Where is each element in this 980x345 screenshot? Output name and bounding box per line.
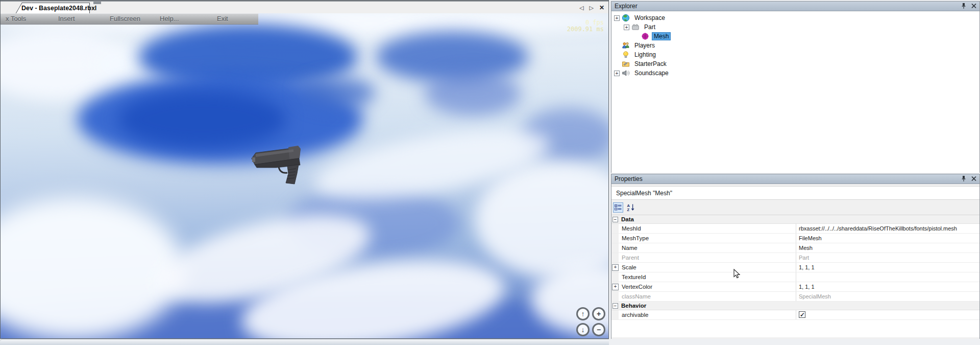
properties-header[interactable]: Properties: [611, 174, 979, 184]
svg-text:Z: Z: [627, 208, 630, 212]
expand-toggle-icon[interactable]: +: [614, 15, 620, 21]
menu-item-fullscreen[interactable]: Fullscreen: [110, 15, 140, 22]
category-row-behavior[interactable]: −Behavior: [611, 302, 979, 310]
selected-object-label: SpecialMesh "Mesh": [616, 190, 672, 197]
sort-alphabetical-icon[interactable]: AZ: [626, 202, 636, 213]
expand-toggle-icon[interactable]: +: [614, 71, 620, 76]
3d-viewport[interactable]: x ToolsInsertFullscreenHelp...Exit 0 fps…: [1, 13, 608, 338]
menu-item-insert[interactable]: Insert: [58, 15, 75, 22]
collapse-toggle-icon[interactable]: −: [612, 217, 618, 222]
lighting-bulb-icon: [622, 51, 630, 59]
property-value[interactable]: rbxasset://../../../shareddata/RiseOfThe…: [796, 224, 979, 233]
row-gutter: [611, 234, 619, 243]
part-brick-icon: [631, 23, 640, 31]
menu-item-help[interactable]: Help...: [160, 15, 179, 22]
archivable-checkbox[interactable]: [799, 311, 805, 318]
menu-bar: x ToolsInsertFullscreenHelp...Exit: [1, 13, 258, 25]
tab-scroll-left-icon[interactable]: ◁: [579, 4, 583, 12]
expander-spacer: [614, 52, 620, 58]
properties-panel: Properties SpecialMesh "Mesh" AZ −DataMe…: [611, 174, 980, 339]
pin-icon[interactable]: [961, 175, 967, 182]
property-row-name[interactable]: NameMesh: [611, 243, 979, 253]
sky-patch: [424, 72, 521, 116]
row-gutter: [611, 243, 619, 252]
expander-spacer: [614, 61, 620, 67]
expand-toggle-icon[interactable]: [611, 282, 619, 291]
tree-item-starterpack[interactable]: StarterPack: [611, 59, 979, 68]
property-value[interactable]: FileMesh: [796, 234, 979, 243]
camera-controls: ↑ + ↓ −: [576, 307, 605, 336]
property-row-meshtype[interactable]: MeshTypeFileMesh: [611, 234, 979, 243]
property-row-archivable[interactable]: archivable: [611, 310, 979, 320]
document-tab[interactable]: Dev - Baseplate2048.rbxl: [22, 3, 90, 14]
property-row-vertexcolor[interactable]: VertexColor1, 1, 1: [611, 282, 979, 292]
background-tab-notch: [93, 1, 101, 4]
expand-toggle-icon[interactable]: [611, 263, 619, 272]
tree-item-soundscape[interactable]: +Soundscape: [611, 68, 979, 78]
tree-item-label: StarterPack: [632, 60, 669, 68]
close-icon[interactable]: [971, 175, 977, 182]
property-row-scale[interactable]: Scale1, 1, 1: [611, 263, 979, 272]
row-gutter: [611, 292, 619, 301]
row-gutter: [611, 253, 619, 262]
property-value[interactable]: 1, 1, 1: [796, 263, 979, 272]
sky-patch: [118, 90, 286, 149]
explorer-panel: Explorer +Workspace+PartMeshPlayersLight…: [611, 1, 980, 173]
property-name: className: [619, 292, 796, 301]
roblox-studio-window: Dev - Baseplate2048.rbxl ◁ ▷ ✕: [0, 0, 609, 339]
properties-title: Properties: [615, 175, 643, 182]
pistol-mesh[interactable]: [250, 144, 317, 187]
row-gutter: [611, 224, 619, 233]
explorer-title: Explorer: [615, 3, 638, 10]
sky-patch: [299, 77, 376, 108]
expander-spacer: [614, 43, 620, 49]
fps-overlay: 0 fps 2009.91 ms: [567, 19, 604, 33]
tree-item-lighting[interactable]: Lighting: [611, 50, 979, 59]
property-value[interactable]: 1, 1, 1: [796, 282, 979, 291]
property-row-textureid[interactable]: TextureId: [611, 272, 979, 282]
zoom-in-button[interactable]: +: [592, 307, 605, 320]
close-icon[interactable]: [971, 3, 977, 9]
document-tab-title: Dev - Baseplate2048.rbxl: [21, 5, 91, 12]
property-value[interactable]: [796, 272, 979, 282]
explorer-tree: +Workspace+PartMeshPlayersLightingStarte…: [611, 11, 979, 173]
category-row-data[interactable]: −Data: [611, 215, 979, 224]
tree-item-label: Part: [642, 23, 657, 31]
tree-item-players[interactable]: Players: [611, 41, 979, 50]
property-grid: −DataMeshIdrbxasset://../../../shareddat…: [611, 215, 979, 337]
property-row-parent: ParentPart: [611, 253, 979, 263]
property-name: Parent: [619, 253, 796, 262]
property-name: TextureId: [619, 272, 796, 282]
tree-item-label: Soundscape: [632, 69, 671, 77]
collapse-toggle-icon[interactable]: −: [612, 303, 618, 309]
menu-item-xtools[interactable]: x Tools: [6, 15, 26, 22]
dock-area: Explorer +Workspace+PartMeshPlayersLight…: [609, 0, 980, 345]
tree-item-part[interactable]: +Part: [611, 22, 979, 32]
tab-close-icon[interactable]: ✕: [599, 4, 604, 12]
property-name: Scale: [619, 263, 796, 272]
tree-item-label: Workspace: [632, 14, 667, 22]
property-value[interactable]: [796, 310, 979, 319]
properties-toolbar: AZ: [611, 200, 979, 215]
starterpack-folder-icon: [622, 60, 630, 68]
tab-scroll-right-icon[interactable]: ▷: [589, 4, 593, 12]
workspace-globe-icon: [622, 14, 630, 22]
pin-icon[interactable]: [961, 3, 967, 9]
camera-up-button[interactable]: ↑: [576, 307, 590, 320]
expander-spacer: [633, 34, 639, 39]
zoom-out-button[interactable]: −: [592, 323, 605, 336]
row-gutter: [611, 272, 619, 282]
property-value: SpecialMesh: [796, 292, 979, 301]
property-name: MeshType: [619, 234, 796, 243]
menu-item-exit[interactable]: Exit: [217, 15, 228, 22]
tree-item-mesh[interactable]: Mesh: [611, 32, 979, 41]
property-name: Name: [619, 243, 796, 252]
explorer-header[interactable]: Explorer: [611, 2, 979, 11]
property-row-meshid[interactable]: MeshIdrbxasset://../../../shareddata/Ris…: [611, 224, 979, 234]
property-value[interactable]: Mesh: [796, 243, 979, 252]
categorized-view-icon[interactable]: [613, 202, 623, 213]
selected-object-row[interactable]: SpecialMesh "Mesh": [611, 186, 979, 200]
expand-toggle-icon[interactable]: +: [624, 25, 629, 30]
tree-item-workspace[interactable]: +Workspace: [611, 13, 979, 22]
camera-down-button[interactable]: ↓: [576, 323, 590, 336]
